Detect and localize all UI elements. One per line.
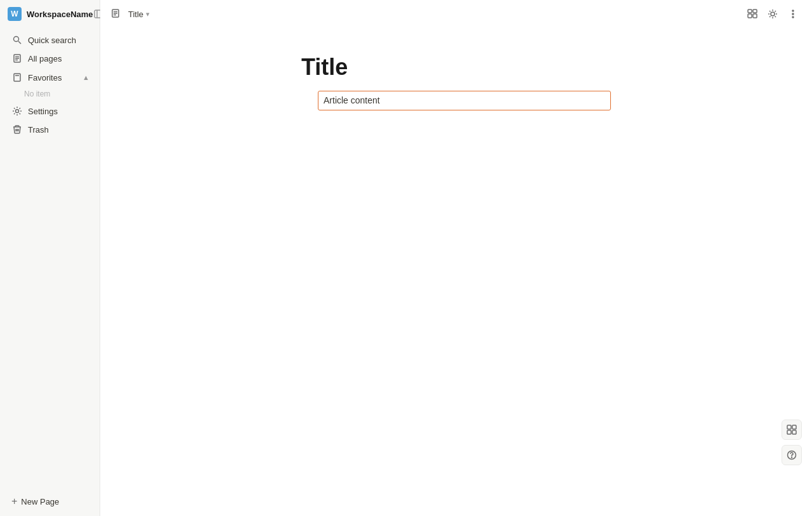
svg-line-27 [769,11,770,11]
sidebar-item-all-pages[interactable]: All pages [4,50,96,67]
svg-rect-20 [748,14,752,18]
topbar: Title ▾ [100,0,812,28]
svg-point-38 [305,100,306,102]
topbar-left: Title ▾ [110,8,154,21]
svg-rect-40 [787,425,791,429]
svg-rect-42 [787,430,791,434]
article-content-wrapper [301,91,611,110]
sidebar-nav: Quick search All pages [0,28,100,487]
all-pages-label: All pages [28,54,62,63]
layout-view-button[interactable] [743,5,761,23]
trash-label: Trash [28,125,49,135]
svg-line-28 [775,17,776,17]
editor-area: Title [100,28,812,516]
settings-label: Settings [28,107,58,116]
sidebar-item-favorites[interactable]: Favorites ▲ [4,69,96,86]
svg-rect-19 [753,10,757,13]
quick-search-label: Quick search [28,36,76,45]
article-content-input[interactable] [318,91,611,110]
help-button[interactable] [782,445,802,465]
sidebar-footer: + New Page [0,487,100,516]
workspace-info[interactable]: W WorkspaceName [8,7,93,21]
svg-line-3 [18,41,21,44]
topbar-title-button[interactable]: Title ▾ [124,8,154,21]
svg-rect-18 [748,10,752,13]
page-icon [110,8,121,20]
svg-point-32 [792,13,794,15]
search-icon [11,34,23,46]
svg-point-45 [792,457,792,458]
workspace-name: WorkspaceName [27,10,93,19]
sidebar-item-quick-search[interactable]: Quick search [4,31,96,49]
svg-rect-8 [14,74,20,81]
svg-point-35 [308,95,309,96]
svg-rect-43 [792,430,796,434]
svg-point-33 [792,17,794,18]
sun-icon-button[interactable] [764,5,782,23]
page-title[interactable]: Title [301,53,611,81]
trash-icon [11,124,23,135]
svg-rect-41 [792,425,796,429]
topbar-chevron-icon: ▾ [146,10,150,18]
new-page-button[interactable]: + New Page [6,492,93,511]
widget-button[interactable] [782,420,802,440]
svg-point-36 [305,98,306,99]
svg-line-30 [775,11,776,11]
chevron-up-icon: ▲ [82,74,89,81]
editor-content: Title [240,53,672,110]
new-page-label: New Page [21,497,59,506]
topbar-right [743,5,802,23]
svg-point-2 [14,37,19,42]
workspace-avatar: W [8,7,22,21]
favorites-section: Favorites ▲ No item [0,69,100,101]
svg-point-22 [771,12,775,16]
favorites-icon [11,72,23,83]
plus-icon: + [11,496,17,507]
sidebar-item-trash[interactable]: Trash [4,121,96,138]
svg-point-37 [308,98,309,99]
more-options-button[interactable] [784,5,802,23]
right-actions [782,420,802,465]
favorites-empty-label: No item [0,87,100,101]
all-pages-icon [11,53,23,64]
sidebar-header: W WorkspaceName [0,0,100,28]
svg-point-34 [305,95,306,96]
sidebar-item-settings[interactable]: Settings [4,102,96,120]
svg-point-10 [16,110,19,113]
svg-line-29 [769,17,770,17]
svg-rect-21 [753,14,757,18]
svg-point-31 [792,10,794,11]
main-content: Title ▾ [100,0,812,516]
topbar-page-title: Title [128,10,143,19]
svg-point-39 [308,100,309,102]
sidebar: W WorkspaceName Quick search [0,0,100,516]
favorites-label: Favorites [28,73,62,83]
settings-icon [11,105,23,117]
